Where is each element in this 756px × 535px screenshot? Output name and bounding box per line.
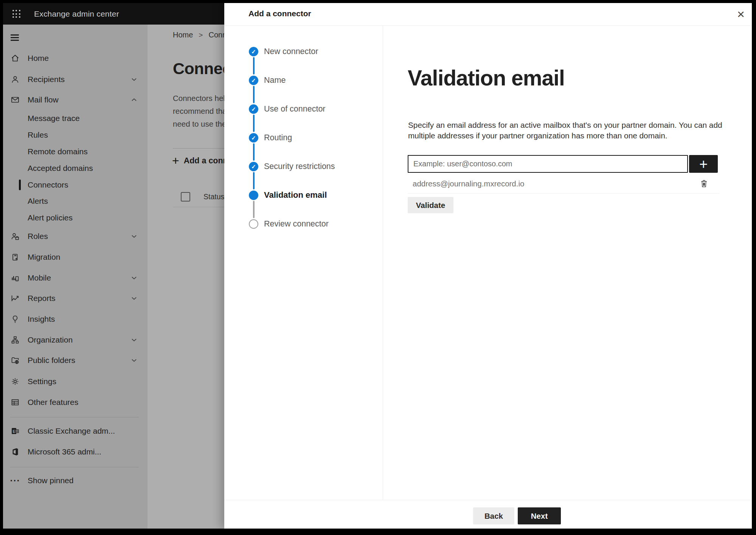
divider: [408, 193, 720, 194]
sidebar-item-other-features[interactable]: Other features: [3, 395, 147, 410]
add-connector-button[interactable]: + Add a conn: [172, 154, 224, 167]
check-icon: ✓: [251, 49, 256, 54]
waffle-icon: [12, 10, 20, 18]
sidebar-item-roles[interactable]: Roles: [3, 229, 147, 244]
check-icon: ✓: [251, 106, 256, 112]
sidebar-item-label: Mail flow: [28, 95, 59, 104]
sidebar-item-mobile[interactable]: Mobile: [3, 270, 147, 285]
sidebar-item-message-trace[interactable]: Message trace: [3, 111, 147, 126]
add-address-button[interactable]: +: [689, 155, 718, 173]
chevron-down-icon: [130, 233, 138, 240]
sidebar-item-label: Remote domains: [28, 147, 88, 156]
step-use-of-connector[interactable]: ✓Use of connector: [249, 104, 326, 114]
sidebar-item-accepted-domains[interactable]: Accepted domains: [3, 161, 147, 176]
sidebar-item-alert-policies[interactable]: Alert policies: [3, 210, 147, 225]
page-description-line: recommend tha: [173, 105, 224, 118]
sidebar-item-label: Organization: [28, 335, 73, 344]
other-features-icon: [11, 398, 20, 407]
sidebar-item-remote-domains[interactable]: Remote domains: [3, 144, 147, 159]
step-label: Validation email: [264, 190, 327, 200]
step-description: Specify an email address for an active m…: [408, 120, 722, 141]
selected-indicator: [19, 180, 21, 190]
step-security-restrictions[interactable]: ✓Security restrictions: [249, 161, 335, 172]
sidebar-item-public-folders[interactable]: Public folders: [3, 353, 147, 368]
sidebar-item-mail-flow[interactable]: Mail flow: [3, 92, 147, 107]
step-description-line: multiple addresses if your partner organ…: [408, 130, 722, 141]
step-new-connector[interactable]: ✓New connector: [249, 46, 318, 57]
sidebar-nav: HomeRecipientsMail flowMessage traceRule…: [3, 25, 147, 529]
sidebar-item-label: Alert policies: [28, 213, 73, 222]
step-name[interactable]: ✓Name: [249, 75, 286, 85]
step-label: New connector: [264, 47, 318, 56]
step-routing[interactable]: ✓Routing: [249, 132, 292, 143]
mobile-icon: [11, 273, 20, 282]
sidebar-item-label: Connectors: [28, 180, 68, 189]
next-button[interactable]: Next: [518, 507, 561, 524]
step-label: Name: [264, 76, 286, 85]
breadcrumb-home-link[interactable]: Home: [173, 31, 193, 39]
page-description-line: Connectors help: [173, 92, 224, 105]
chevron-down-icon: [130, 295, 138, 302]
validate-button[interactable]: Validate: [408, 197, 453, 213]
reports-icon: [11, 294, 20, 303]
status-column-header: Status: [203, 192, 224, 201]
step-connector: [253, 115, 255, 132]
mail-icon: [11, 95, 20, 104]
sidebar-item-label: Public folders: [28, 356, 75, 365]
sidebar-item-settings[interactable]: Settings: [3, 374, 147, 389]
settings-icon: [11, 377, 20, 386]
public-folders-icon: [11, 356, 20, 365]
sidebar-item-connectors[interactable]: Connectors: [3, 177, 147, 192]
back-button[interactable]: Back: [473, 507, 514, 524]
sidebar-item-insights[interactable]: Insights: [3, 312, 147, 327]
select-all-checkbox[interactable]: [181, 192, 190, 202]
check-icon: ✓: [251, 135, 256, 141]
sidebar-item-label: Microsoft 365 admi...: [28, 447, 101, 456]
organization-icon: [11, 335, 20, 344]
sidebar-item-label: Reports: [28, 294, 56, 303]
sidebar-item-home[interactable]: Home: [3, 51, 147, 66]
step-circle: ✓: [249, 47, 258, 56]
step-review-connector[interactable]: Review connector: [249, 219, 329, 229]
footer-divider: [224, 500, 752, 500]
migration-icon: [11, 253, 20, 262]
breadcrumb-separator-icon: >: [199, 31, 203, 39]
screen: Exchange admin center HomeRecipientsMail…: [3, 3, 752, 529]
email-address-input[interactable]: [408, 155, 688, 173]
address-text: address@journaling.mxrecord.io: [413, 179, 524, 188]
app-launcher-button[interactable]: [11, 8, 22, 20]
step-circle: ✓: [249, 104, 258, 114]
person-icon: [11, 75, 20, 84]
sidebar-item-migration[interactable]: Migration: [3, 250, 147, 265]
step-connector: [253, 172, 255, 189]
chevron-down-icon: [130, 357, 138, 364]
sidebar-item-rules[interactable]: Rules: [3, 127, 147, 143]
step-connector: [253, 57, 255, 74]
delete-address-button[interactable]: [699, 178, 709, 189]
sidebar-item-label: Migration: [28, 253, 60, 262]
stepper-content-divider: [383, 25, 383, 500]
wizard-stepper: ✓New connector✓Name✓Use of connector✓Rou…: [249, 37, 381, 271]
step-heading: Validation email: [408, 65, 565, 90]
sidebar-item-label: Other features: [28, 398, 78, 407]
sidebar-item-microsoft-365-admi[interactable]: Microsoft 365 admi...: [3, 444, 147, 459]
sidebar-divider: [10, 417, 139, 417]
microsoft-365-icon: [11, 447, 20, 456]
sidebar-item-organization[interactable]: Organization: [3, 332, 147, 347]
sidebar-item-classic-exchange-adm[interactable]: EClassic Exchange adm...: [3, 423, 147, 439]
chevron-down-icon: [130, 274, 138, 282]
sidebar-item-reports[interactable]: Reports: [3, 291, 147, 306]
close-icon[interactable]: ×: [733, 6, 749, 22]
sidebar-item-recipients[interactable]: Recipients: [3, 72, 147, 87]
sidebar-item-show-pinned[interactable]: ···Show pinned: [3, 473, 147, 488]
panel-header: Add a connector ×: [224, 3, 752, 26]
sidebar-item-label: Mobile: [28, 273, 51, 282]
nav-collapse-button[interactable]: [11, 34, 20, 41]
sidebar-item-label: Home: [28, 54, 49, 63]
sidebar-item-alerts[interactable]: Alerts: [3, 194, 147, 209]
sidebar-item-label: Recipients: [28, 75, 65, 84]
insights-icon: [11, 315, 20, 324]
panel-title: Add a connector: [248, 9, 311, 18]
step-validation-email[interactable]: Validation email: [249, 190, 327, 200]
chevron-up-icon: [130, 96, 138, 104]
